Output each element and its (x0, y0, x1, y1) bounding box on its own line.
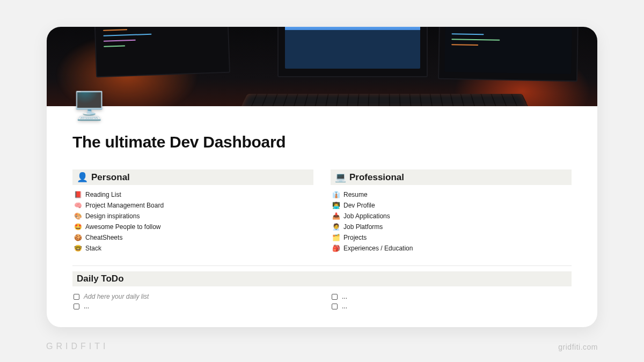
heading-professional-label: Professional (349, 172, 404, 183)
heading-professional[interactable]: 💻 Professional (331, 169, 572, 185)
list-item-label: Design inspirations (85, 212, 140, 220)
cover-keyboard (240, 94, 530, 106)
laptop-icon: 💻 (335, 172, 346, 183)
list-item-label: Awesome People to follow (85, 223, 161, 231)
backpack-icon: 🎒 (332, 245, 340, 252)
brain-icon: 🧠 (74, 202, 82, 209)
book-icon: 📕 (74, 191, 82, 198)
heading-personal[interactable]: 👤 Personal (72, 169, 313, 185)
list-professional: 👔Resume 👨‍💻Dev Profile 📥Job Applications… (331, 189, 572, 254)
columns-wrapper: 👤 Personal 📕Reading List 🧠Project Manage… (72, 169, 572, 254)
list-item-label: Resume (343, 191, 368, 198)
list-item-label: Reading List (85, 191, 121, 198)
nerd-icon: 🤓 (74, 245, 82, 252)
list-item[interactable]: 🧠Project Management Board (72, 200, 313, 211)
cover-image (47, 27, 597, 106)
page-content: The ultimate Dev Dashboard 👤 Personal 📕R… (47, 106, 597, 311)
office-worker-icon: 🧑‍💼 (332, 223, 340, 231)
list-item-label: CheatSheets (85, 234, 122, 241)
todo-item[interactable]: ... (331, 292, 572, 301)
list-item[interactable]: 🧑‍💼Job Platforms (331, 221, 572, 232)
list-item[interactable]: 📥Job Applications (331, 211, 572, 221)
technologist-icon: 👨‍💻 (332, 202, 340, 209)
column-professional: 💻 Professional 👔Resume 👨‍💻Dev Profile 📥J… (331, 169, 572, 254)
list-item-label: Projects (343, 234, 367, 241)
todo-item[interactable]: Add here your daily list (72, 292, 313, 301)
divider (72, 265, 572, 266)
checkbox-icon[interactable] (74, 294, 79, 300)
list-item[interactable]: 🍪CheatSheets (72, 232, 313, 243)
file-box-icon: 🗂️ (332, 234, 340, 241)
page-title[interactable]: The ultimate Dev Dashboard (72, 133, 572, 151)
watermark-brand: GRIDFITI (46, 342, 108, 351)
list-item-label: Job Applications (343, 212, 390, 220)
list-item-label: Project Management Board (85, 202, 164, 209)
checkbox-icon[interactable] (332, 304, 338, 309)
list-item-label: Stack (85, 245, 101, 252)
todo-item-label: ... (342, 293, 347, 300)
list-item[interactable]: 👔Resume (331, 189, 572, 200)
page-icon[interactable]: 🖥️ (72, 92, 106, 119)
list-item[interactable]: 🎨Design inspirations (72, 211, 313, 221)
person-icon: 👤 (77, 172, 88, 183)
todo-columns: Add here your daily list ... ... ... (72, 292, 572, 311)
notion-page-card: 🖥️ The ultimate Dev Dashboard 👤 Personal… (47, 27, 597, 327)
todo-item[interactable]: ... (72, 301, 313, 311)
cover-monitor-center (277, 27, 428, 77)
todo-column-left: Add here your daily list ... (72, 292, 313, 311)
necktie-icon: 👔 (332, 191, 340, 198)
todo-item-label: ... (84, 302, 89, 310)
list-item[interactable]: 🤓Stack (72, 243, 313, 254)
list-item[interactable]: 👨‍💻Dev Profile (331, 200, 572, 211)
list-item[interactable]: 🎒Experiences / Education (331, 243, 572, 254)
checkbox-icon[interactable] (332, 294, 338, 300)
list-item-label: Dev Profile (343, 202, 375, 209)
list-personal: 📕Reading List 🧠Project Management Board … (72, 189, 313, 254)
cover-monitor-right (438, 27, 579, 82)
watermark-site: gridfiti.com (558, 343, 598, 351)
list-item[interactable]: 🤩Awesome People to follow (72, 221, 313, 232)
list-item-label: Job Platforms (343, 223, 383, 231)
palette-icon: 🎨 (74, 212, 82, 220)
list-item-label: Experiences / Education (343, 245, 413, 252)
inbox-icon: 📥 (332, 212, 340, 220)
list-item[interactable]: 📕Reading List (72, 189, 313, 200)
todo-item-label: ... (342, 302, 347, 310)
list-item[interactable]: 🗂️Projects (331, 232, 572, 243)
checkbox-icon[interactable] (74, 304, 79, 309)
heading-personal-label: Personal (91, 172, 130, 183)
cover-monitor-left (94, 27, 230, 77)
todo-column-right: ... ... (331, 292, 572, 311)
todo-item[interactable]: ... (331, 301, 572, 311)
starstruck-icon: 🤩 (74, 223, 82, 231)
cookie-icon: 🍪 (74, 234, 82, 241)
column-personal: 👤 Personal 📕Reading List 🧠Project Manage… (72, 169, 313, 254)
todo-item-label: Add here your daily list (84, 293, 149, 300)
heading-daily-todo[interactable]: Daily ToDo (72, 271, 572, 286)
